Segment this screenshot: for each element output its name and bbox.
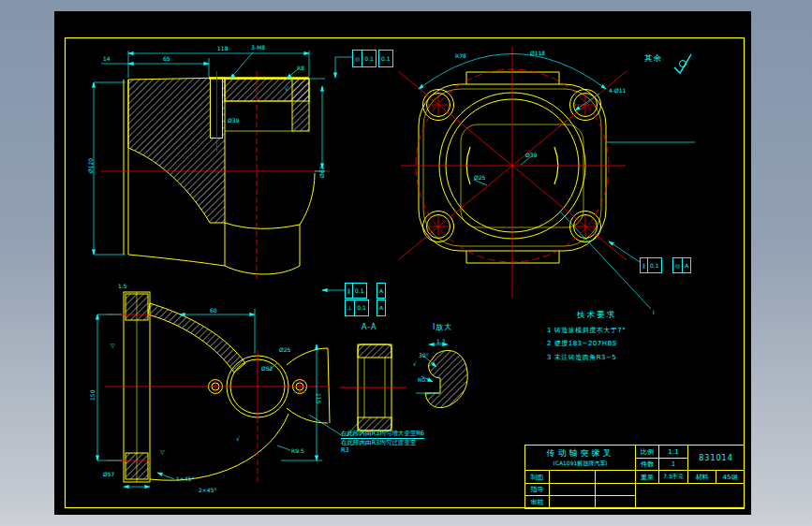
section-aa-label: A-A	[362, 323, 376, 331]
detail-note-line: R3	[341, 446, 424, 454]
qty-label: 件数	[635, 458, 659, 471]
tech-requirement-item: 2 硬度183~207HBS	[547, 339, 626, 348]
tech-requirements-title: 技术要求	[577, 310, 626, 321]
detail-note-line: 在此段内由R3均匀过渡变至	[341, 439, 424, 446]
material-value: 45钢	[716, 470, 745, 484]
tech-requirement-item: 1 铸造拔模斜度不大于7°	[547, 326, 626, 335]
tech-requirement-item: 3 未注铸造圆角R3~5	[547, 353, 626, 362]
scale-label: 比例	[635, 445, 659, 459]
drawn-by-label: 制图	[524, 470, 550, 484]
title-block-empty	[635, 483, 745, 509]
weight-value: 7.5千克	[658, 470, 688, 484]
surface-finish-icon	[674, 54, 691, 73]
guide-label: 指导	[524, 483, 550, 496]
review-value	[549, 495, 596, 509]
review-extra	[595, 495, 636, 509]
tech-requirements: 技术要求 1 铸造拔模斜度不大于7° 2 硬度183~207HBS 3 未注铸造…	[547, 310, 626, 362]
guide-value	[549, 483, 596, 496]
drawn-by-value	[549, 470, 596, 484]
material-label: 材料	[687, 470, 716, 484]
drawn-by-extra	[595, 470, 636, 484]
cad-window: 其余 技术要求 1 铸造拔模斜度不大于7° 2 硬度183~207HBS 3 未…	[0, 0, 812, 526]
detail-i-label: I放大	[433, 322, 452, 332]
view-side-fork	[124, 292, 330, 482]
detail-note-line: 在此段内由R3均匀增大变至R6	[341, 430, 424, 439]
scale-value: 1:1	[658, 445, 688, 459]
review-label: 审核	[524, 495, 550, 509]
view-section-front	[124, 78, 315, 274]
drawing-number: 831014	[687, 445, 745, 471]
surplus-note: 其余	[644, 53, 662, 65]
detail-notes: 在此段内由R3均匀增大变至R6 在此段内由R3均匀过渡变至 R3	[341, 430, 424, 454]
guide-extra	[595, 483, 636, 496]
part-title: 传动轴突缘叉	[547, 447, 614, 460]
part-subtitle: (CA1091解放牌汽车)	[553, 460, 607, 468]
title-block-part-name: 传动轴突缘叉 (CA1091解放牌汽车)	[524, 445, 636, 471]
weight-label: 重量	[635, 470, 659, 484]
view-flange-face-dims	[419, 54, 695, 310]
view-detail-i	[425, 350, 467, 407]
qty-value: 1	[658, 458, 688, 471]
view-flange-face-centerlines	[398, 47, 627, 298]
